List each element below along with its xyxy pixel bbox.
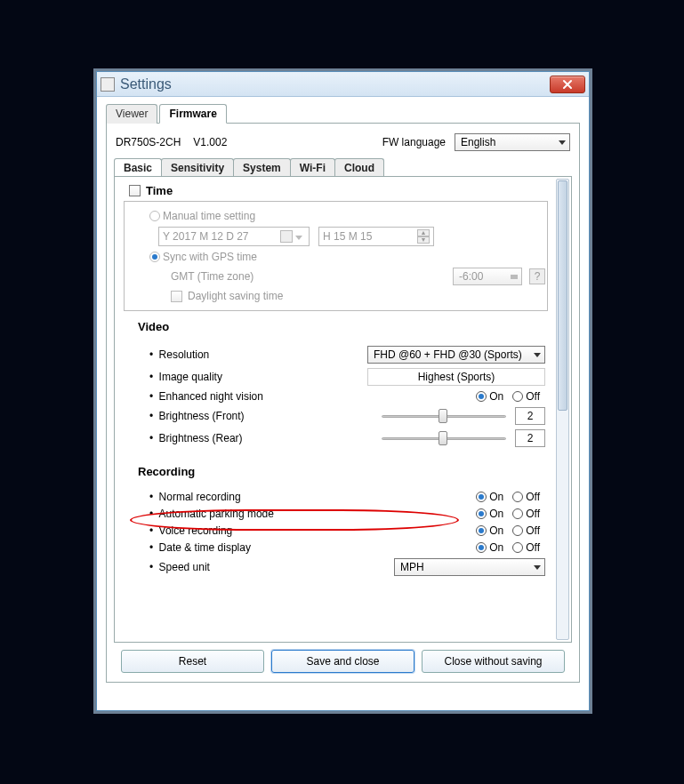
image-quality-value: Highest (Sports)	[367, 368, 545, 386]
calendar-icon	[280, 230, 293, 243]
reset-button[interactable]: Reset	[121, 650, 264, 673]
night-vision-row: Enhanced night vision On Off	[126, 390, 545, 403]
gmt-dropdown[interactable]: -6:00	[453, 268, 522, 285]
recording-section: Normal recording On Off Automatic parkin…	[124, 482, 548, 585]
normal-recording-on-radio[interactable]	[476, 492, 487, 502]
tab-system[interactable]: System	[233, 158, 291, 177]
brightness-rear-slider[interactable]	[382, 430, 506, 446]
titlebar: Settings	[97, 72, 589, 97]
time-section: Manual time setting Y 2017 M 12 D 27 H 1…	[124, 201, 548, 311]
fw-language-dropdown[interactable]: English	[455, 133, 570, 151]
datetime-display-off-radio[interactable]	[512, 542, 523, 553]
brightness-front-value: 2	[515, 407, 545, 425]
datetime-display-row: Date & time display On Off	[126, 541, 545, 554]
brightness-rear-row: Brightness (Rear) 2	[126, 429, 545, 447]
recording-header: Recording	[138, 465, 553, 478]
brightness-front-label: Brightness (Front)	[149, 410, 245, 422]
body: Viewer Firmware DR750S-2CH V1.002 FW lan…	[97, 97, 589, 690]
datetime-display-on-radio[interactable]	[476, 542, 487, 553]
time-spinner[interactable]: ▲ ▼	[417, 229, 430, 244]
sync-gps-label: Sync with GPS time	[163, 251, 257, 263]
chevron-down-icon	[511, 275, 518, 279]
model-text: DR750S-2CH	[116, 136, 181, 148]
night-vision-on-radio[interactable]	[476, 391, 487, 402]
close-without-saving-button[interactable]: Close without saving	[422, 650, 565, 673]
parking-mode-row: Automatic parking mode On Off	[126, 508, 545, 520]
chevron-up-icon: ▲	[417, 229, 430, 236]
dst-label: Daylight saving time	[188, 290, 283, 302]
sync-gps-row: Sync with GPS time	[126, 251, 545, 263]
chevron-down-icon	[559, 140, 566, 145]
tab-sensitivity[interactable]: Sensitivity	[161, 158, 234, 177]
gmt-help-button[interactable]: ?	[529, 268, 545, 284]
normal-recording-radio-group: On Off	[476, 491, 545, 503]
video-section: Resolution FHD @60 + FHD @30 (Sports) Im…	[124, 337, 548, 456]
brightness-rear-label: Brightness (Rear)	[149, 432, 243, 444]
parking-mode-radio-group: On Off	[476, 508, 545, 520]
voice-recording-radio-group: On Off	[476, 524, 545, 537]
image-quality-row: Image quality Highest (Sports)	[126, 368, 545, 386]
date-field[interactable]: Y 2017 M 12 D 27	[158, 227, 310, 246]
datetime-display-radio-group: On Off	[476, 541, 545, 554]
gmt-row: GMT (Time zone) -6:00 ?	[126, 268, 545, 285]
time-header-label: Time	[146, 184, 173, 197]
normal-recording-label: Normal recording	[149, 491, 241, 503]
speed-unit-row: Speed unit MPH	[126, 558, 545, 576]
outer-tabs: Viewer Firmware	[106, 104, 580, 124]
chevron-down-icon: ▼	[417, 236, 430, 244]
firmware-panel: DR750S-2CH V1.002 FW language English Ba…	[106, 123, 580, 683]
basic-panel: Time Manual time setting Y 2017 M 12 D 2…	[114, 176, 572, 643]
time-section-header: Time	[129, 184, 553, 197]
footer: Reset Save and close Close without savin…	[114, 643, 572, 682]
brightness-front-slider[interactable]	[382, 408, 506, 424]
app-icon	[101, 77, 115, 92]
brightness-front-row: Brightness (Front) 2	[126, 407, 545, 425]
parking-mode-off-radio[interactable]	[512, 508, 523, 519]
brightness-rear-value: 2	[515, 429, 545, 447]
night-vision-off-radio[interactable]	[512, 391, 523, 402]
night-vision-radio-group: On Off	[476, 390, 545, 403]
time-checkbox[interactable]	[129, 185, 141, 196]
time-field[interactable]: H 15 M 15 ▲ ▼	[318, 227, 434, 246]
chevron-down-icon	[534, 565, 541, 570]
manual-time-label: Manual time setting	[163, 210, 255, 222]
fw-language-label: FW language	[382, 136, 446, 148]
manual-time-row: Manual time setting	[126, 210, 545, 222]
speed-unit-label: Speed unit	[149, 561, 210, 573]
parking-mode-on-radio[interactable]	[476, 508, 487, 519]
video-header: Video	[138, 320, 553, 333]
speed-unit-dropdown[interactable]: MPH	[394, 558, 545, 576]
parking-mode-label: Automatic parking mode	[149, 508, 274, 520]
version-text: V1.002	[193, 136, 227, 148]
chevron-down-icon	[534, 353, 541, 357]
window-title: Settings	[120, 76, 550, 92]
manual-time-radio[interactable]	[149, 211, 160, 221]
voice-recording-on-radio[interactable]	[476, 525, 487, 536]
voice-recording-label: Voice recording	[149, 524, 232, 537]
close-button[interactable]	[550, 76, 585, 93]
tab-wifi[interactable]: Wi-Fi	[290, 158, 335, 177]
inner-tabs: Basic Sensitivity System Wi-Fi Cloud	[114, 158, 572, 177]
voice-recording-off-radio[interactable]	[512, 525, 523, 536]
dst-checkbox[interactable]	[171, 291, 182, 302]
resolution-row: Resolution FHD @60 + FHD @30 (Sports)	[126, 346, 545, 364]
dst-row: Daylight saving time	[126, 290, 545, 302]
tab-firmware[interactable]: Firmware	[159, 104, 226, 124]
sync-gps-radio[interactable]	[149, 252, 160, 262]
tab-cloud[interactable]: Cloud	[334, 158, 384, 177]
normal-recording-row: Normal recording On Off	[126, 491, 545, 503]
content: Time Manual time setting Y 2017 M 12 D 2…	[118, 180, 553, 638]
close-icon	[561, 79, 574, 90]
voice-recording-row: Voice recording On Off	[126, 524, 545, 537]
fw-info-row: DR750S-2CH V1.002 FW language English	[116, 133, 570, 151]
tab-basic[interactable]: Basic	[114, 158, 162, 177]
save-close-button[interactable]: Save and close	[271, 650, 414, 673]
settings-window: Settings Viewer Firmware DR750S-2CH V1.0…	[96, 71, 590, 711]
image-quality-label: Image quality	[149, 371, 222, 383]
normal-recording-off-radio[interactable]	[512, 492, 523, 502]
scrollbar[interactable]	[556, 179, 569, 640]
resolution-label: Resolution	[149, 348, 209, 361]
scroll-thumb[interactable]	[558, 180, 567, 411]
tab-viewer[interactable]: Viewer	[106, 104, 157, 124]
resolution-dropdown[interactable]: FHD @60 + FHD @30 (Sports)	[367, 346, 545, 364]
